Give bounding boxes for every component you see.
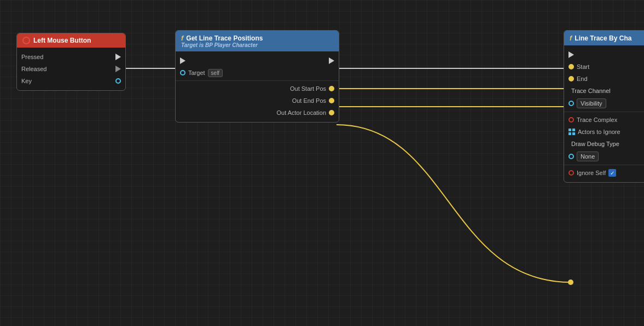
draw-debug-pin[interactable] <box>568 154 574 159</box>
blueprint-canvas: Left Mouse Button Pressed Released Key f <box>0 0 644 326</box>
out-end-pos-label: Out End Pos <box>292 97 326 104</box>
glt-subtitle: Target is BP Player Character <box>181 42 333 48</box>
end-label: End <box>577 75 588 82</box>
out-end-pos-row: Out End Pos <box>176 95 339 107</box>
out-start-pos-row: Out Start Pos <box>176 83 339 95</box>
glt-exec-row <box>176 55 339 67</box>
released-label: Released <box>21 66 47 72</box>
svg-point-4 <box>568 280 573 285</box>
line-trace-by-channel-node[interactable]: f Line Trace By Cha Start <box>564 30 644 183</box>
key-label: Key <box>21 78 32 84</box>
ltc-title: Line Trace By Cha <box>575 34 631 42</box>
node-body-ltc: Start End Trace Channel Visibility <box>564 45 644 182</box>
ignore-self-pin[interactable] <box>568 170 574 176</box>
node-body-glt: Target self Out Start Pos Out End Pos <box>176 51 339 122</box>
glt-exec-in-pin[interactable] <box>180 57 185 64</box>
f-icon-ltc: f <box>570 34 572 42</box>
start-label: Start <box>577 63 589 70</box>
lmb-title: Left Mouse Button <box>33 37 91 44</box>
out-actor-location-pin[interactable] <box>329 110 334 115</box>
actors-ignore-label: Actors to Ignore <box>578 129 620 135</box>
node-header-lmb: Left Mouse Button <box>17 33 125 48</box>
ignore-self-row: Ignore Self ✓ <box>564 167 644 179</box>
pressed-pin[interactable] <box>115 54 121 60</box>
ltc-exec-row <box>564 49 644 61</box>
glt-title: Get Line Trace Positions <box>186 34 263 42</box>
actors-grid-icon <box>568 129 575 135</box>
ignore-self-checkbox[interactable]: ✓ <box>608 169 616 177</box>
left-mouse-button-node[interactable]: Left Mouse Button Pressed Released Key <box>16 33 126 91</box>
pin-pressed-row: Pressed <box>17 51 125 63</box>
node-header-ltc: f Line Trace By Cha <box>564 31 644 45</box>
trace-complex-pin[interactable] <box>568 117 574 123</box>
self-badge: self <box>208 69 223 77</box>
lmb-icon <box>22 37 30 44</box>
pin-released-row: Released <box>17 63 125 75</box>
released-pin[interactable] <box>115 66 121 72</box>
pin-key-row: Key <box>17 75 125 87</box>
draw-debug-row: Draw Debug Type <box>564 138 644 150</box>
visibility-dropdown[interactable]: Visibility <box>577 98 606 108</box>
get-line-trace-node[interactable]: f Get Line Trace Positions Target is BP … <box>175 30 339 123</box>
trace-channel-pin[interactable] <box>568 101 574 106</box>
none-dropdown[interactable]: None <box>577 152 599 161</box>
node-header-glt: f Get Line Trace Positions Target is BP … <box>176 31 339 51</box>
pressed-label: Pressed <box>21 54 43 60</box>
none-row: None <box>564 150 644 163</box>
f-icon-glt: f <box>181 34 183 42</box>
glt-exec-out-pin[interactable] <box>329 57 334 64</box>
draw-debug-label: Draw Debug Type <box>568 141 619 147</box>
glt-target-row: Target self <box>176 67 339 79</box>
visibility-row: Visibility <box>564 97 644 110</box>
ignore-self-label: Ignore Self <box>577 170 606 176</box>
target-label: Target <box>188 69 205 76</box>
start-row: Start <box>564 61 644 73</box>
trace-complex-row: Trace Complex <box>564 114 644 126</box>
out-actor-location-label: Out Actor Location <box>277 109 327 116</box>
node-body-lmb: Pressed Released Key <box>17 48 125 90</box>
start-pin[interactable] <box>568 64 574 69</box>
out-start-pos-pin[interactable] <box>329 86 334 91</box>
actors-ignore-row: Actors to Ignore <box>564 126 644 138</box>
out-end-pos-pin[interactable] <box>329 98 334 103</box>
out-start-pos-label: Out Start Pos <box>290 85 326 92</box>
trace-complex-label: Trace Complex <box>577 117 617 123</box>
end-pin[interactable] <box>568 76 574 82</box>
trace-channel-label: Trace Channel <box>568 88 611 94</box>
out-actor-location-row: Out Actor Location <box>176 107 339 119</box>
trace-channel-row: Trace Channel <box>564 85 644 97</box>
ltc-exec-in-pin[interactable] <box>568 51 574 58</box>
target-pin[interactable] <box>180 70 185 75</box>
end-row: End <box>564 73 644 85</box>
key-pin[interactable] <box>115 78 121 84</box>
